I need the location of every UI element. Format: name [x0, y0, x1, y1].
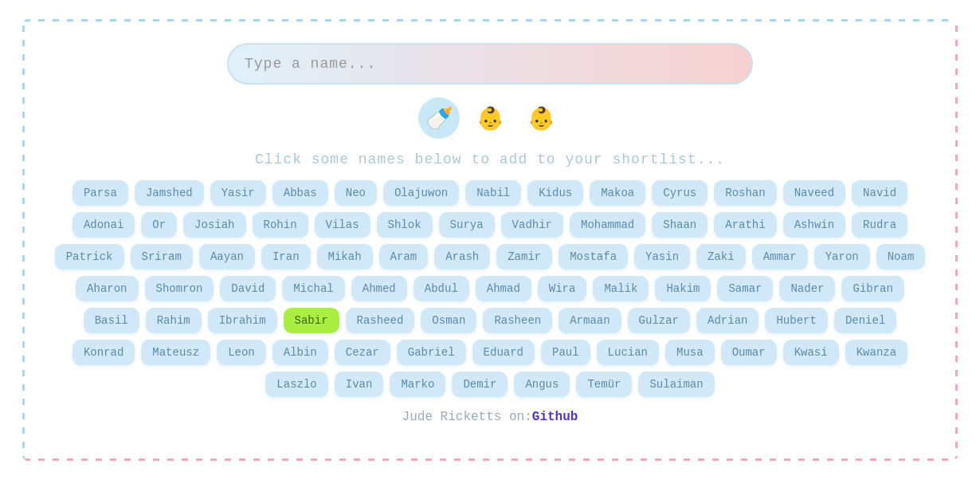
name-tag[interactable]: Shlok — [377, 212, 433, 238]
name-tag[interactable]: Ahmad — [476, 276, 531, 301]
name-tag[interactable]: Neo — [335, 180, 377, 206]
name-tag[interactable]: Samar — [717, 276, 773, 301]
name-tag[interactable]: Yasir — [210, 180, 266, 206]
name-tag[interactable]: Oumar — [721, 340, 777, 365]
name-tag[interactable]: Malik — [593, 276, 649, 301]
name-tag[interactable]: Rahim — [146, 308, 202, 333]
name-tag[interactable]: Michal — [282, 276, 344, 301]
name-tag[interactable]: Kwanza — [845, 340, 907, 365]
name-tag[interactable]: Mikah — [317, 244, 373, 270]
name-tag[interactable]: Josiah — [183, 212, 245, 238]
name-tag[interactable]: Wira — [538, 276, 587, 301]
name-tag[interactable]: Noam — [876, 244, 926, 270]
search-bar-wrapper — [227, 43, 753, 85]
name-tag[interactable]: Makoa — [590, 180, 645, 206]
name-tag[interactable]: Musa — [665, 340, 715, 365]
name-tag[interactable]: Basil — [84, 308, 139, 333]
baby-boy-filter-button[interactable]: 👶 — [469, 97, 511, 139]
name-tag[interactable]: Aharon — [76, 276, 138, 301]
name-tag[interactable]: Kwasi — [783, 340, 839, 365]
name-tag[interactable]: Patrick — [55, 244, 124, 270]
name-tag[interactable]: Arash — [434, 244, 490, 270]
name-tag[interactable]: Surya — [439, 212, 495, 238]
main-container: 🍼 👶 👶 Click some names below to add to y… — [20, 17, 960, 463]
name-tag[interactable]: Marko — [390, 372, 445, 397]
name-tag[interactable]: Olajuwon — [383, 180, 459, 206]
names-grid: ParsaJamshedYasirAbbasNeoOlajuwonNabilKi… — [54, 180, 926, 397]
name-tag[interactable]: Vilas — [315, 212, 370, 238]
name-tag[interactable]: Yasin — [634, 244, 690, 270]
name-tag[interactable]: Cyrus — [652, 180, 708, 206]
name-tag[interactable]: David — [220, 276, 276, 301]
filter-icons-row: 🍼 👶 👶 — [418, 97, 562, 139]
name-tag[interactable]: Sriram — [131, 244, 193, 270]
name-tag[interactable]: Or — [141, 212, 177, 238]
name-tag[interactable]: Rasheen — [483, 308, 552, 333]
name-tag[interactable]: Mohammad — [570, 212, 645, 238]
name-tag[interactable]: Eduard — [472, 340, 535, 365]
name-tag[interactable]: Angus — [514, 372, 570, 397]
name-tag[interactable]: Ahmed — [351, 276, 407, 301]
name-tag[interactable]: Hakim — [655, 276, 711, 301]
name-tag[interactable]: Laszlo — [265, 372, 327, 397]
name-tag[interactable]: Vadhir — [501, 212, 563, 238]
name-tag[interactable]: Nader — [779, 276, 835, 301]
name-tag[interactable]: Demir — [452, 372, 508, 397]
name-tag[interactable]: Aayan — [199, 244, 255, 270]
name-tag[interactable]: Parsa — [73, 180, 128, 206]
name-tag[interactable]: Nabil — [465, 180, 521, 206]
name-tag[interactable]: Mostafa — [559, 244, 628, 270]
stroller-filter-button[interactable]: 🍼 — [418, 97, 460, 139]
name-tag[interactable]: Yaron — [814, 244, 870, 270]
name-tag[interactable]: Ivan — [335, 372, 384, 397]
name-tag[interactable]: Iran — [261, 244, 311, 270]
name-tag[interactable]: Sulaiman — [638, 372, 714, 397]
name-tag[interactable]: Roshan — [714, 180, 776, 206]
name-tag[interactable]: Naveed — [783, 180, 845, 206]
name-tag[interactable]: Rasheed — [346, 308, 415, 333]
name-tag[interactable]: Armaan — [559, 308, 621, 333]
name-tag[interactable]: Shomron — [145, 276, 214, 301]
footer-credit: Jude Ricketts on: — [402, 410, 532, 424]
name-tag[interactable]: Arathi — [714, 212, 776, 238]
name-tag[interactable]: Leon — [217, 340, 266, 365]
name-tag[interactable]: Zaki — [696, 244, 746, 270]
subtitle-text: Click some names below to add to your sh… — [255, 151, 725, 167]
name-tag[interactable]: Ashwin — [783, 212, 845, 238]
name-tag[interactable]: Navid — [852, 180, 907, 206]
search-input[interactable] — [227, 43, 753, 85]
name-tag[interactable]: Ibrahim — [208, 308, 277, 333]
name-tag[interactable]: Abdul — [414, 276, 469, 301]
name-tag[interactable]: Temür — [576, 372, 632, 397]
name-tag[interactable]: Cezar — [335, 340, 390, 365]
name-tag[interactable]: Aram — [379, 244, 429, 270]
name-tag[interactable]: Paul — [541, 340, 590, 365]
name-tag[interactable]: Rohin — [253, 212, 308, 238]
name-tag[interactable]: Adrian — [696, 308, 759, 333]
github-link[interactable]: Github — [532, 410, 578, 424]
name-tag[interactable]: Osman — [421, 308, 476, 333]
name-tag[interactable]: Mateusz — [141, 340, 210, 365]
name-tag[interactable]: Konrad — [73, 340, 135, 365]
name-tag[interactable]: Shaan — [652, 212, 708, 238]
name-tag[interactable]: Gabriel — [397, 340, 466, 365]
name-tag[interactable]: Gibran — [841, 276, 904, 301]
name-tag[interactable]: Abbas — [272, 180, 328, 206]
name-tag[interactable]: Gulzar — [628, 308, 690, 333]
name-tag[interactable]: Sabir — [284, 308, 339, 333]
name-tag[interactable]: Jamshed — [135, 180, 204, 206]
name-tag[interactable]: Adonai — [73, 212, 135, 238]
name-tag[interactable]: Kidus — [527, 180, 583, 206]
name-tag[interactable]: Albin — [272, 340, 328, 365]
name-tag[interactable]: Hubert — [765, 308, 827, 333]
name-tag[interactable]: Deniel — [834, 308, 896, 333]
name-tag[interactable]: Zamir — [496, 244, 552, 270]
name-tag[interactable]: Lucian — [597, 340, 659, 365]
baby-girl-filter-button[interactable]: 👶 — [520, 97, 562, 139]
name-tag[interactable]: Rudra — [852, 212, 907, 238]
name-tag[interactable]: Ammar — [752, 244, 808, 270]
footer: Jude Ricketts on:Github — [402, 410, 578, 424]
